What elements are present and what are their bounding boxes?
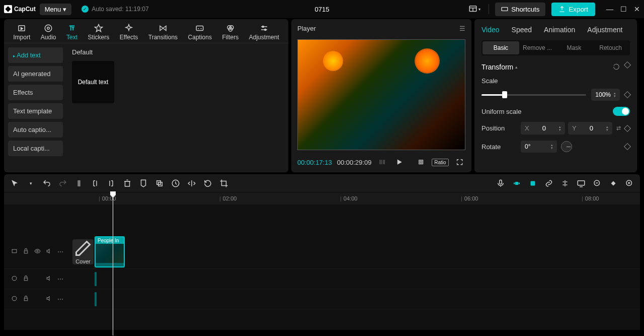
trim-left-tool[interactable]: [91, 179, 100, 188]
position-x-input[interactable]: X 0 ▴▾: [521, 122, 565, 135]
timeline-ruler[interactable]: 00:00 02:00 04:00 06:00 08:00: [4, 192, 640, 205]
cover-button[interactable]: Cover: [72, 239, 94, 264]
split-tool[interactable]: [74, 179, 84, 188]
zoom-out-button[interactable]: [593, 179, 602, 188]
lock-icon[interactable]: [23, 295, 29, 303]
effect-clip[interactable]: [95, 292, 97, 306]
tab-stickers[interactable]: Stickers: [86, 23, 112, 42]
select-dropdown[interactable]: ▾: [26, 179, 35, 188]
layout-button[interactable]: ▾: [466, 3, 482, 16]
rotate-dial[interactable]: [561, 141, 572, 152]
position-keyframe[interactable]: [624, 124, 631, 131]
reset-button[interactable]: [613, 62, 620, 71]
subtab-remove[interactable]: Remove ...: [519, 41, 556, 54]
more-icon[interactable]: ⋯: [57, 248, 63, 255]
redo-button[interactable]: [58, 179, 67, 188]
close-button[interactable]: ✕: [634, 5, 640, 13]
sidebar-effects[interactable]: Effects: [8, 85, 63, 100]
reset-icon: [613, 62, 620, 71]
magnet-main-button[interactable]: [512, 179, 521, 188]
mic-button[interactable]: [496, 179, 505, 188]
player-viewport[interactable]: [297, 39, 465, 150]
sidebar-ai-generated[interactable]: AI generated: [8, 66, 63, 82]
tab-effects[interactable]: Effects: [118, 23, 140, 42]
effect-track-2[interactable]: ⋯: [4, 289, 640, 309]
crop-tool[interactable]: [219, 179, 228, 188]
tab-import[interactable]: Import: [11, 23, 32, 42]
keyframe-button[interactable]: [624, 61, 631, 69]
sidebar-local-captions[interactable]: Local capti...: [8, 141, 63, 156]
lock-icon[interactable]: [23, 248, 29, 256]
lock-icon[interactable]: [23, 275, 29, 283]
tab-audio[interactable]: Audio: [39, 23, 58, 42]
video-track[interactable]: ⋯ Cover People In: [4, 235, 640, 269]
minimize-button[interactable]: —: [606, 5, 613, 13]
inspector-tab-adjustment[interactable]: Adjustment: [587, 26, 622, 34]
scale-keyframe[interactable]: [624, 91, 631, 98]
play-button[interactable]: [393, 156, 405, 168]
video-clip[interactable]: People In: [95, 236, 125, 267]
menu-button[interactable]: Menu ▾: [40, 4, 72, 15]
player-menu-button[interactable]: ☰: [459, 25, 465, 32]
fullscreen-button[interactable]: [454, 156, 465, 168]
zoom-slider-thumb[interactable]: [609, 179, 618, 188]
mirror-tool[interactable]: [187, 179, 196, 188]
subtab-retouch[interactable]: Retouch: [592, 41, 629, 54]
rotate-keyframe[interactable]: [624, 143, 631, 150]
scale-value-input[interactable]: 100% ▴▾: [591, 89, 620, 101]
sidebar-text-template[interactable]: Text template: [8, 103, 63, 119]
effect-track-1[interactable]: ⋯: [4, 269, 640, 289]
subtab-basic[interactable]: Basic: [482, 41, 519, 54]
maximize-button[interactable]: ☐: [620, 5, 627, 13]
uniform-scale-toggle[interactable]: [613, 107, 630, 116]
zoom-in-button[interactable]: [625, 179, 634, 188]
inspector-tab-speed[interactable]: Speed: [512, 26, 532, 34]
track-type-icon[interactable]: [11, 248, 18, 256]
trim-right-tool[interactable]: [107, 179, 116, 188]
rotate-tool[interactable]: [203, 179, 212, 188]
tab-text[interactable]: Text: [64, 23, 79, 42]
effect-clip[interactable]: [95, 272, 97, 286]
speaker-icon[interactable]: [46, 248, 52, 256]
ratio-button[interactable]: Ratio: [432, 159, 448, 166]
rotate-value-input[interactable]: 0° ▴▾: [521, 141, 557, 153]
marker-tool[interactable]: [139, 179, 148, 188]
select-tool[interactable]: [10, 179, 19, 188]
inspector-tab-video[interactable]: Video: [481, 26, 500, 34]
pause-list-button[interactable]: [376, 156, 388, 168]
layers-tool[interactable]: [155, 179, 164, 188]
preview-button[interactable]: [577, 179, 586, 188]
subtab-mask[interactable]: Mask: [556, 41, 593, 54]
export-button[interactable]: Export: [551, 3, 595, 16]
position-link-icon[interactable]: ⇄: [616, 125, 621, 131]
tab-filters[interactable]: Filters: [220, 23, 241, 42]
playhead[interactable]: [113, 192, 113, 335]
tab-adjustment[interactable]: Adjustment: [247, 23, 281, 42]
svg-point-37: [37, 250, 38, 251]
delete-tool[interactable]: [123, 179, 132, 188]
align-button[interactable]: [560, 179, 570, 188]
tab-transitions[interactable]: Transitions: [146, 23, 180, 42]
eye-icon[interactable]: [34, 248, 41, 256]
timeline-tracks[interactable]: ⋯ Cover People In ⋯: [4, 205, 640, 330]
effect-icon[interactable]: [11, 295, 18, 303]
sidebar-add-text[interactable]: ▸Add text: [8, 47, 63, 63]
default-text-preset[interactable]: Default text: [72, 61, 114, 103]
magnet-track-button[interactable]: [528, 179, 537, 188]
speaker-icon[interactable]: [46, 295, 52, 303]
sidebar-auto-captions[interactable]: Auto captio...: [8, 122, 63, 138]
shortcuts-button[interactable]: Shortcuts: [495, 3, 545, 16]
tab-captions[interactable]: Captions: [186, 23, 214, 42]
scale-slider[interactable]: [481, 94, 586, 96]
effect-icon[interactable]: [11, 275, 18, 283]
undo-button[interactable]: [42, 179, 51, 188]
rotate-label: Rotate: [481, 143, 517, 151]
more-icon[interactable]: ⋯: [57, 296, 63, 303]
link-button[interactable]: [544, 179, 553, 188]
more-icon[interactable]: ⋯: [57, 276, 63, 283]
position-y-input[interactable]: Y 0 ▴▾: [568, 122, 612, 135]
speaker-icon[interactable]: [46, 275, 52, 283]
inspector-tab-animation[interactable]: Animation: [544, 26, 575, 34]
scale-tool-button[interactable]: [415, 156, 427, 168]
speed-tool[interactable]: [171, 179, 180, 188]
